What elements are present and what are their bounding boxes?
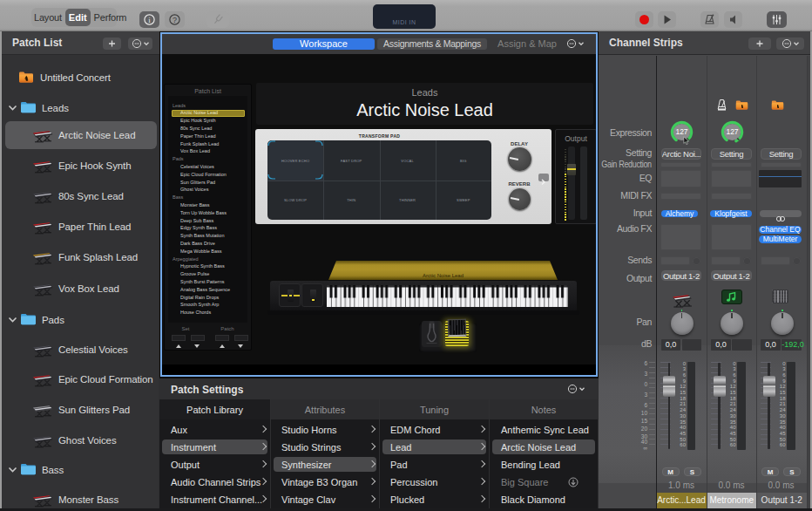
svg-text:?: ?	[173, 16, 177, 24]
svg-text:i: i	[148, 16, 151, 24]
svg-text:127: 127	[726, 127, 738, 136]
svg-text:127: 127	[675, 127, 687, 136]
